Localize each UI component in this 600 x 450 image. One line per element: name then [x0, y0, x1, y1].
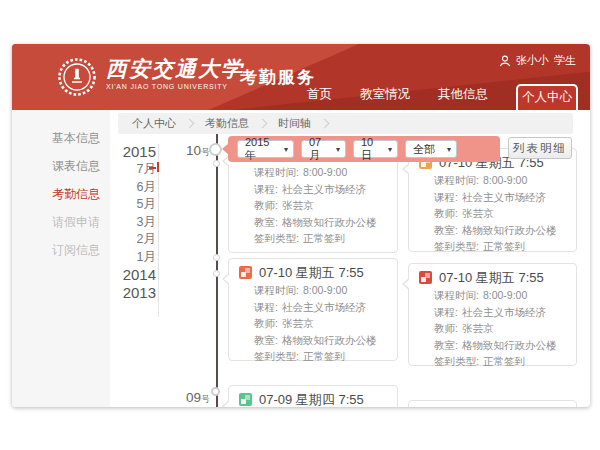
nav-item-classrooms[interactable]: 教室情况 — [360, 86, 410, 110]
field-value: 格物致知行政办公楼 — [282, 334, 377, 346]
nav-tab-personal-center[interactable]: 个人中心 — [516, 84, 578, 110]
user-name: 张小小 — [516, 53, 549, 68]
card-field: 课程时间:8:00-9:00 — [254, 166, 387, 178]
card-field: 课程时间:8:00-9:00 — [434, 174, 566, 186]
month-nav-item[interactable]: 6月 — [110, 179, 156, 197]
attendance-card[interactable]: 07-10 星期五 7:55 课程时间:8:00-9:00 课程:社会主义市场经… — [408, 263, 577, 366]
sidebar-item-attendance[interactable]: 考勤信息 — [12, 180, 110, 208]
current-month-marker-bar — [157, 162, 159, 172]
attendance-card-partial[interactable] — [408, 400, 577, 407]
type-select-value: 全部 — [413, 142, 435, 157]
sidebar-item-leave-request[interactable]: 请假申请 — [12, 208, 110, 236]
year-select[interactable]: 2015年 ▾ — [237, 140, 294, 158]
month-nav-item[interactable]: 1月 — [110, 249, 156, 267]
field-value: 8:00-9:00 — [483, 289, 527, 301]
university-seal-icon — [56, 56, 98, 98]
card-field: 教室:格物致知行政办公楼 — [254, 334, 387, 346]
card-field: 课程时间:8:00-9:00 — [434, 289, 566, 301]
field-label: 教师: — [254, 317, 278, 329]
field-label: 教师: — [434, 207, 458, 219]
field-value: 张芸京 — [462, 322, 494, 334]
card-field: 教室:格物致知行政办公楼 — [254, 216, 387, 228]
card-field: 教师:张芸京 — [434, 207, 566, 219]
field-label: 课程时间: — [254, 166, 299, 178]
nav-item-other-info[interactable]: 其他信息 — [438, 86, 488, 110]
main-nav: 首页 教室情况 其他信息 个人中心 — [307, 84, 578, 110]
month-select[interactable]: 07月 ▾ — [301, 140, 346, 158]
field-value: 张芸京 — [462, 207, 494, 219]
card-body: 课程时间:8:00-9:00 课程:社会主义市场经济 教师:张芸京 教室:格物致… — [229, 284, 397, 375]
timeline-node — [213, 254, 220, 261]
list-detail-button[interactable]: 列表明细 — [508, 137, 572, 159]
card-field: 课程时间:8:00-9:00 — [254, 284, 387, 296]
field-value: 正常签到 — [483, 240, 525, 252]
breadcrumb: 个人中心 考勤信息 时间轴 — [118, 113, 573, 134]
sidebar-item-subscription[interactable]: 订阅信息 — [12, 236, 110, 264]
year-nav-item[interactable]: 2013 — [110, 284, 156, 302]
app-title: 考勤服务 — [240, 66, 316, 89]
breadcrumb-attendance[interactable]: 考勤信息 — [205, 116, 249, 131]
field-value: 8:00-9:00 — [303, 166, 347, 178]
card-date: 07-10 星期五 7:55 — [439, 269, 544, 287]
chevron-down-icon: ▾ — [336, 145, 340, 154]
field-label: 课程: — [254, 183, 278, 195]
field-label: 教师: — [434, 322, 458, 334]
timeline-node — [213, 270, 220, 277]
card-field: 签到类型:正常签到 — [434, 240, 566, 252]
field-label: 签到类型: — [434, 355, 479, 367]
card-field: 课程:社会主义市场经济 — [254, 183, 387, 195]
field-label: 教室: — [254, 334, 278, 346]
field-value: 8:00-9:00 — [303, 284, 347, 296]
year-nav-item[interactable]: 2014 — [110, 266, 156, 284]
breadcrumb-personal-center[interactable]: 个人中心 — [132, 116, 176, 131]
month-nav-item[interactable]: 3月 — [110, 214, 156, 232]
card-field: 教师:张芸京 — [434, 322, 566, 334]
field-value: 格物致知行政办公楼 — [462, 224, 557, 236]
day-number: 10 — [186, 143, 201, 158]
nav-item-home[interactable]: 首页 — [307, 86, 332, 110]
timeline-node — [213, 160, 220, 167]
field-label: 课程: — [434, 191, 458, 203]
chevron-right-icon — [320, 119, 330, 129]
month-nav-item[interactable]: 2月 — [110, 231, 156, 249]
sidebar-item-basic-info[interactable]: 基本信息 — [12, 124, 110, 152]
field-value: 社会主义市场经济 — [462, 306, 546, 318]
calendar-icon — [419, 271, 432, 284]
date-filter-bar: 2015年 ▾ 07月 ▾ 10日 ▾ 全部 ▾ — [228, 136, 500, 162]
field-value: 正常签到 — [303, 350, 345, 362]
calendar-icon — [239, 266, 252, 279]
user-menu[interactable]: 张小小 学生 — [499, 53, 576, 68]
field-value: 张芸京 — [282, 317, 314, 329]
field-label: 教室: — [434, 224, 458, 236]
attendance-card[interactable]: 07-10 星期五 7:55 课程时间:8:00-9:00 课程:社会主义市场经… — [228, 258, 398, 361]
day-number: 09 — [186, 390, 201, 405]
field-value: 社会主义市场经济 — [462, 191, 546, 203]
person-icon — [499, 55, 511, 67]
month-nav-item[interactable]: 5月 — [110, 196, 156, 214]
type-select[interactable]: 全部 ▾ — [405, 140, 457, 158]
card-field: 教室:格物致知行政办公楼 — [434, 224, 566, 236]
attendance-card[interactable]: 07-10 星期五 7:55 课程时间:8:00-9:00 课程:社会主义市场经… — [408, 148, 577, 252]
breadcrumb-timeline[interactable]: 时间轴 — [278, 116, 311, 131]
app-header: 西安交通大学 XI'AN JIAO TONG UNIVERSITY 考勤服务 张… — [12, 44, 590, 110]
year-nav-item[interactable]: 2015 — [110, 143, 156, 161]
field-label: 课程时间: — [434, 289, 479, 301]
month-nav-item-current[interactable]: 7月 — [110, 161, 156, 179]
university-name: 西安交通大学 XI'AN JIAO TONG UNIVERSITY — [106, 57, 244, 90]
day-marker-10: 10号 — [164, 141, 210, 159]
field-label: 签到类型: — [434, 240, 479, 252]
timeline-node-medium — [211, 387, 220, 396]
card-field: 签到类型:正常签到 — [254, 350, 387, 362]
card-field: 课程:社会主义市场经济 — [254, 301, 387, 313]
card-field: 课程:社会主义市场经济 — [434, 191, 566, 203]
chevron-down-icon: ▾ — [388, 145, 392, 154]
card-date: 07-09 星期四 7:55 — [259, 391, 364, 408]
chevron-right-icon — [258, 119, 268, 129]
university-name-cn: 西安交通大学 — [106, 57, 244, 81]
attendance-card[interactable]: 07-09 星期四 7:55 课程时间:8:00-9:00 课程:社会主义市场经… — [228, 385, 398, 407]
attendance-app-window: 西安交通大学 XI'AN JIAO TONG UNIVERSITY 考勤服务 张… — [12, 44, 590, 407]
field-value: 格物致知行政办公楼 — [462, 339, 557, 351]
day-select[interactable]: 10日 ▾ — [353, 140, 398, 158]
sidebar-item-timetable[interactable]: 课表信息 — [12, 152, 110, 180]
card-date: 07-10 星期五 7:55 — [259, 264, 364, 282]
